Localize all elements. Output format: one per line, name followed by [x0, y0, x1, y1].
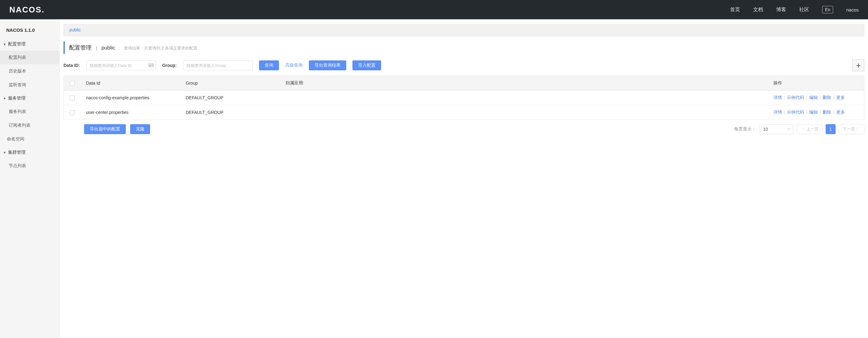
chevron-down-icon: ▼ [3, 43, 6, 46]
menu-group-cluster-label[interactable]: ▼ 集群管理 [0, 146, 59, 159]
query-result-text: 查询结果：共查询到 2 条满足要求的配置。 [124, 45, 201, 51]
menu-item-service-list[interactable]: 服务列表 [0, 105, 59, 119]
nav-home[interactable]: 首页 [730, 6, 740, 13]
op-edit[interactable]: 编辑 [809, 110, 818, 115]
dataid-input-wrap [86, 60, 156, 70]
pagesize-select[interactable]: 10 ▽ [760, 124, 793, 134]
export-results-button[interactable]: 导出查询结果 [309, 60, 346, 70]
op-edit[interactable]: 编辑 [809, 95, 818, 100]
cell-ops: 详情|示例代码|编辑|删除|更多 [768, 91, 864, 105]
id-card-icon[interactable] [149, 63, 154, 68]
top-bar: NACOS. 首页 文档 博客 社区 En nacos [0, 0, 868, 19]
dataid-label: Data ID: [63, 63, 80, 68]
user-name[interactable]: nacos [846, 7, 859, 12]
select-all-checkbox[interactable] [70, 81, 75, 86]
export-selected-button[interactable]: 导出选中的配置 [84, 124, 126, 134]
op-more[interactable]: 更多 [836, 110, 845, 115]
logo-text: NACOS. [9, 5, 44, 14]
page-header: 配置管理 | public 查询结果：共查询到 2 条满足要求的配置。 [63, 41, 864, 54]
group-label: Group: [162, 63, 177, 68]
logo: NACOS. [9, 5, 44, 14]
menu-group-text: 服务管理 [8, 96, 26, 101]
op-sample[interactable]: 示例代码 [787, 95, 804, 100]
import-config-button[interactable]: 导入配置 [352, 60, 381, 70]
table-header-row: Data Id Group 归属应用: 操作 [64, 76, 864, 91]
next-page-button[interactable]: 下一页 〉 [839, 124, 864, 134]
header-app: 归属应用: [280, 76, 768, 91]
group-input[interactable] [183, 60, 253, 70]
dataid-input[interactable] [86, 60, 156, 70]
search-row: Data ID: Group: 查询 高级查询 导出查询结果 导入配置 + [63, 59, 864, 71]
nav-blog[interactable]: 博客 [776, 6, 786, 13]
title-divider: | [96, 45, 97, 51]
chevron-down-icon: ▽ [787, 127, 790, 131]
menu-item-node-list[interactable]: 节点列表 [0, 159, 59, 173]
clone-button[interactable]: 克隆 [130, 124, 150, 134]
op-detail[interactable]: 详情 [773, 95, 782, 100]
table-row: nacos-config-example.properties DEFAULT_… [64, 91, 864, 105]
menu-item-subscriber-list[interactable]: 订阅者列表 [0, 119, 59, 132]
op-delete[interactable]: 删除 [823, 95, 831, 100]
page-namespace: public [101, 45, 115, 51]
cell-group: DEFAULT_GROUP [180, 91, 280, 105]
header-checkbox-cell [64, 76, 81, 91]
menu-group-service: ▼ 服务管理 服务列表 订阅者列表 [0, 92, 59, 132]
menu-group-cluster: ▼ 集群管理 节点列表 [0, 146, 59, 173]
sidebar: NACOS 1.1.0 ▼ 配置管理 配置列表 历史版本 监听查询 ▼ 服务管理… [0, 19, 60, 338]
cell-group: DEFAULT_GROUP [180, 105, 280, 120]
top-nav: 首页 文档 博客 社区 En nacos [730, 6, 859, 13]
op-delete[interactable]: 删除 [823, 110, 831, 115]
menu-group-text: 配置管理 [8, 41, 26, 47]
menu-item-history[interactable]: 历史版本 [0, 64, 59, 78]
namespace-link-public[interactable]: public [69, 27, 81, 32]
header-dataid: Data Id [81, 76, 180, 91]
add-config-button[interactable]: + [852, 59, 864, 71]
menu-group-service-label[interactable]: ▼ 服务管理 [0, 92, 59, 105]
row-checkbox[interactable] [70, 110, 75, 115]
nav-community[interactable]: 社区 [799, 6, 809, 13]
menu-group-config: ▼ 配置管理 配置列表 历史版本 监听查询 [0, 38, 59, 92]
header-group: Group [180, 76, 280, 91]
menu-group-config-label[interactable]: ▼ 配置管理 [0, 38, 59, 51]
namespace-bar: public [63, 24, 864, 36]
prev-page-button[interactable]: 〈 上一页 [797, 124, 823, 134]
menu-group-text: 集群管理 [8, 150, 26, 155]
page-number-current[interactable]: 1 [826, 124, 836, 134]
svg-point-1 [150, 64, 150, 65]
page-title: 配置管理 [69, 44, 92, 51]
cell-dataid: nacos-config-example.properties [81, 91, 180, 105]
nav-docs[interactable]: 文档 [753, 6, 763, 13]
chevron-right-icon: 〉 [856, 126, 860, 132]
group-input-wrap [183, 60, 253, 70]
chevron-down-icon: ▼ [3, 151, 6, 154]
op-detail[interactable]: 详情 [773, 110, 782, 115]
cell-ops: 详情|示例代码|编辑|删除|更多 [768, 105, 864, 120]
cell-dataid: user-center.properties [81, 105, 180, 120]
table-row: user-center.properties DEFAULT_GROUP 详情|… [64, 105, 864, 120]
menu-item-listen[interactable]: 监听查询 [0, 78, 59, 92]
query-button[interactable]: 查询 [259, 60, 279, 70]
chevron-left-icon: 〈 [801, 126, 805, 132]
cell-app [280, 105, 768, 120]
op-more[interactable]: 更多 [836, 95, 845, 100]
pager: 〈 上一页 1 下一页 〉 [797, 124, 864, 134]
language-toggle[interactable]: En [822, 6, 833, 13]
cell-app [280, 91, 768, 105]
row-checkbox[interactable] [70, 96, 75, 100]
main-content: public 配置管理 | public 查询结果：共查询到 2 条满足要求的配… [60, 19, 868, 338]
chevron-down-icon: ▼ [3, 97, 6, 100]
config-table: Data Id Group 归属应用: 操作 nacos-config-exam… [63, 75, 864, 120]
advanced-query-button[interactable]: 高级查询 [285, 63, 303, 68]
header-ops: 操作 [768, 76, 864, 91]
table-footer: 导出选中的配置 克隆 每页显示： 10 ▽ 〈 上一页 1 下一页 〉 [63, 124, 864, 134]
pagesize-label: 每页显示： [734, 126, 756, 132]
pagesize-value: 10 [763, 127, 768, 132]
op-sample[interactable]: 示例代码 [787, 110, 804, 115]
menu-item-namespace[interactable]: 命名空间 [0, 132, 59, 146]
menu-item-config-list[interactable]: 配置列表 [0, 51, 59, 64]
plus-icon: + [856, 61, 861, 70]
sidebar-title: NACOS 1.1.0 [0, 25, 59, 38]
